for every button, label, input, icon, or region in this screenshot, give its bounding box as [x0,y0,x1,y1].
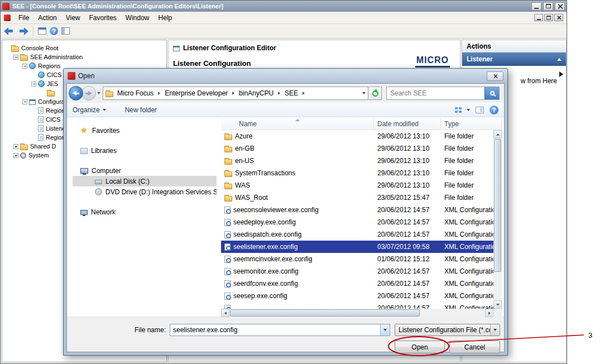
column-header-date-modified[interactable]: Date modified [374,118,441,130]
nav-item-libraries[interactable]: Libraries [73,145,217,156]
breadcrumb-segment-enterprise-developer[interactable]: Enterprise Developer [164,89,229,97]
nav-item-computer[interactable]: Computer [73,165,217,176]
address-bar[interactable]: Micro FocusEnterprise DeveloperbinAnyCPU… [103,87,368,100]
scroll-up-button[interactable] [493,130,502,138]
menu-file[interactable]: File [14,12,33,23]
search-input[interactable] [387,87,485,99]
file-row-en-gb[interactable]: en-GB29/06/2012 13:10File folder [221,142,493,155]
mdi-close-button[interactable] [554,14,563,21]
file-row-seemmcinvoker-exe-config[interactable]: seemmcinvoker.exe.config01/06/2012 15:12… [221,253,493,265]
help-icon[interactable] [50,27,58,35]
actions-overflow-icon[interactable] [559,71,563,77]
nav-item-favorites[interactable]: Favorites [73,125,217,136]
file-row-seesep-exe-config[interactable]: seesep.exe.config20/06/2012 14:57XML Con… [221,290,493,302]
tree-item-console-root[interactable]: Console Root [2,44,166,52]
file-row-item[interactable]: 20/06/2012 14:57XML Configuration File [221,302,493,309]
mdi-minimize-button[interactable] [534,14,543,21]
file-row-seedeploy-exe-config[interactable]: seedeploy.exe.config20/06/2012 14:57XML … [221,216,493,228]
breadcrumb-segment-see[interactable]: SEE [284,89,299,97]
actions-title: Actions [462,40,566,52]
file-row-seeconsoleviewer-exe-config[interactable]: seeconsoleviewer.exe.config20/06/2012 14… [221,204,493,216]
help-button[interactable] [490,106,498,114]
file-row-was[interactable]: WAS29/06/2012 13:10File folder [221,179,493,191]
file-name-dropdown-button[interactable] [380,324,390,336]
file-row-azure[interactable]: Azure29/06/2012 13:10File folder [221,130,493,142]
dialog-close-button[interactable] [487,71,503,81]
sort-ascending-icon [295,119,300,121]
scroll-left-button[interactable] [221,309,229,317]
breadcrumb-chevron-icon[interactable] [303,92,305,95]
file-type-combobox[interactable]: Listener Configuration File (*.cc [395,324,500,336]
file-row-systemtransactions[interactable]: SystemTransactions29/06/2012 13:10File f… [221,167,493,179]
forward-arrow-icon[interactable] [18,27,28,35]
menu-favorites[interactable]: Favorites [85,12,121,23]
vertical-scrollbar[interactable] [493,130,502,309]
refresh-button[interactable] [369,87,382,100]
expander-spacer [31,73,36,78]
file-date: 20/06/2012 14:57 [374,302,441,309]
column-header-name[interactable]: Name [221,118,374,130]
breadcrumb-segment-binanycpu[interactable]: binAnyCPU [238,89,275,97]
nav-item-local-disk-c[interactable]: Local Disk (C:) [73,176,217,186]
menu-window[interactable]: Window [121,12,154,23]
file-type-dropdown-button[interactable] [490,324,500,336]
globe-icon [38,80,45,87]
titlebar[interactable]: SEE - [Console Root\SEE Administration\C… [1,1,567,12]
breadcrumb-segment-micro-focus[interactable]: Micro Focus [116,89,155,97]
export-list-icon[interactable] [38,27,46,35]
actions-group-listener[interactable]: Listener [462,52,566,66]
minimize-button[interactable] [531,2,541,11]
address-dropdown-icon[interactable] [362,92,366,94]
search-button[interactable] [485,87,499,99]
horizontal-scrollbar[interactable] [221,309,493,317]
breadcrumb-chevron-icon[interactable] [158,92,160,95]
history-dropdown-icon[interactable] [97,92,100,94]
actions-item-partial[interactable]: w from Here [521,77,557,85]
back-button[interactable] [69,86,83,100]
file-row-was-root[interactable]: WAS_Root23/05/2012 15:47File folder [221,191,493,204]
console-tree-icon[interactable] [61,27,70,35]
views-button[interactable] [455,107,470,113]
cancel-button[interactable]: Cancel [449,341,500,353]
tree-item-see-administration[interactable]: SEE Administration [2,52,166,61]
file-row-seerdfconv-exe-config[interactable]: seerdfconv.exe.config20/06/2012 14:57XML… [221,277,493,290]
file-name-cell: Azure [221,130,374,142]
minus-expander-icon[interactable] [22,64,27,69]
scroll-down-button[interactable] [493,300,502,309]
tree-item-label: SEE Administration [30,54,83,60]
menu-help[interactable]: Help [154,12,177,23]
restore-icon [546,16,551,20]
vertical-scroll-thumb[interactable] [494,139,501,272]
file-row-seemonitor-exe-config[interactable]: seemonitor.exe.config20/06/2012 14:57XML… [221,265,493,277]
file-row-en-us[interactable]: en-US29/06/2012 13:10File folder [221,155,493,167]
breadcrumb-chevron-icon[interactable] [278,92,280,95]
collapse-icon[interactable] [557,58,562,61]
breadcrumb-chevron-icon[interactable] [232,92,234,95]
dialog-titlebar[interactable]: Open [64,69,507,83]
organize-button[interactable]: Organize [73,106,106,114]
new-folder-button[interactable]: New folder [125,106,157,114]
column-header-type[interactable]: Type [441,118,502,130]
horizontal-scroll-thumb[interactable] [230,309,420,317]
forward-button[interactable] [81,86,96,100]
nav-item-dvd-drive-d-integration-services-setup[interactable]: DVD Drive (D:) Integration Services Setu… [73,186,217,197]
mdi-restore-button[interactable] [544,14,553,21]
menu-view[interactable]: View [61,12,85,23]
maximize-button[interactable] [543,2,553,11]
menu-action[interactable]: Action [33,12,61,23]
file-row-seelistener-exe-config[interactable]: seelistener.exe.config03/07/2012 09:58XM… [221,241,493,253]
file-row-seedispatch-exe-config[interactable]: seedispatch.exe.config20/06/2012 14:57XM… [221,228,493,241]
minus-expander-icon[interactable] [31,82,36,87]
close-button[interactable] [555,2,565,11]
plus-expander-icon[interactable] [13,153,18,158]
nav-item-network[interactable]: Network [73,207,217,217]
file-date: 20/06/2012 14:57 [374,290,441,302]
scroll-right-button[interactable] [485,309,493,317]
preview-pane-button[interactable] [476,107,484,113]
minus-expander-icon[interactable] [13,55,18,60]
minus-expander-icon[interactable] [22,99,27,104]
open-button[interactable]: Open [395,341,445,353]
file-name-input[interactable] [170,324,380,336]
plus-expander-icon[interactable] [13,144,18,149]
back-arrow-icon[interactable] [4,27,15,35]
